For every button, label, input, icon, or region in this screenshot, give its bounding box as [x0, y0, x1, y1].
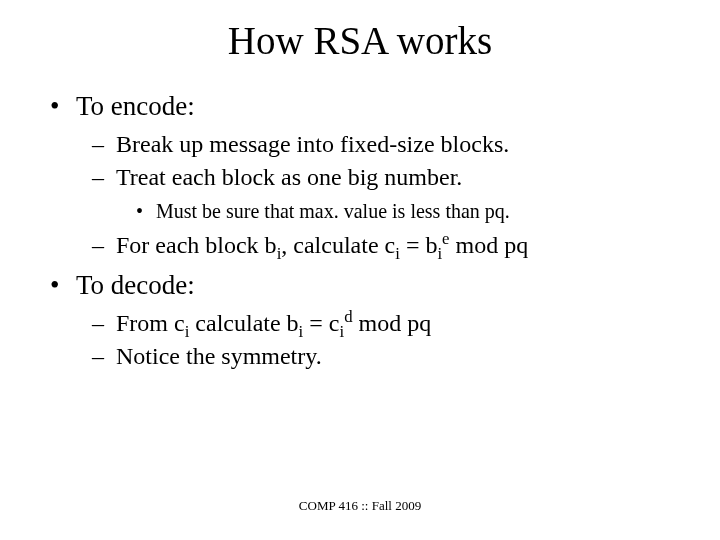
bullet-treat-block: Treat each block as one big number. — [44, 162, 676, 194]
bullet-max-value: Must be sure that max. value is less tha… — [44, 198, 676, 224]
text-frag: , calculate c — [281, 232, 395, 258]
bullet-encode-formula: For each block bi, calculate ci = bie mo… — [44, 230, 676, 262]
text-frag: mod pq — [353, 310, 432, 336]
slide-title: How RSA works — [0, 0, 720, 63]
sup-d: d — [344, 307, 352, 326]
text-frag: mod pq — [450, 232, 529, 258]
text-frag: = b — [400, 232, 438, 258]
slide-footer: COMP 416 :: Fall 2009 — [0, 498, 720, 514]
slide-body: To encode: Break up message into fixed-s… — [0, 63, 720, 373]
text-frag: For each block b — [116, 232, 277, 258]
text-frag: = c — [303, 310, 339, 336]
text-frag: From c — [116, 310, 185, 336]
slide: How RSA works To encode: Break up messag… — [0, 0, 720, 540]
bullet-encode: To encode: — [44, 89, 676, 125]
bullet-decode: To decode: — [44, 268, 676, 304]
bullet-break-message: Break up message into fixed-size blocks. — [44, 129, 676, 161]
text-frag: calculate b — [189, 310, 298, 336]
bullet-decode-formula: From ci calculate bi = cid mod pq — [44, 308, 676, 340]
bullet-symmetry: Notice the symmetry. — [44, 341, 676, 373]
sup-e: e — [442, 229, 449, 248]
